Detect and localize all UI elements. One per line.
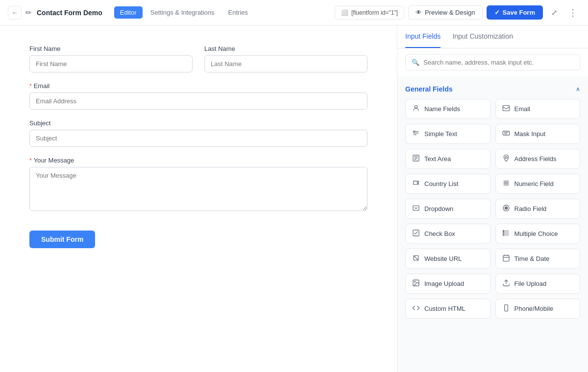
image-upload-icon bbox=[412, 279, 420, 288]
dropdown-label: Dropdown bbox=[424, 205, 453, 212]
email-input[interactable] bbox=[29, 93, 368, 110]
field-item-country-list[interactable]: Country List bbox=[405, 174, 490, 194]
email-label: * Email bbox=[29, 82, 368, 90]
field-item-mask-input[interactable]: Mask Input bbox=[495, 124, 581, 144]
country-list-label: Country List bbox=[424, 180, 458, 187]
svg-rect-38 bbox=[504, 304, 508, 311]
svg-rect-1 bbox=[503, 106, 509, 111]
address-fields-icon bbox=[502, 154, 511, 163]
field-item-address-fields[interactable]: Address Fields bbox=[495, 149, 581, 169]
field-item-simple-text[interactable]: Simple Text bbox=[405, 124, 490, 144]
field-item-phone-mobile[interactable]: Phone/Mobile bbox=[495, 299, 581, 319]
last-name-label: Last Name bbox=[204, 45, 368, 52]
last-name-group: Last Name bbox=[204, 45, 368, 72]
save-label: Save Form bbox=[503, 9, 535, 16]
field-item-custom-html[interactable]: Custom HTML bbox=[405, 299, 490, 319]
message-group: * Your Message bbox=[29, 157, 368, 211]
tab-editor[interactable]: Editor bbox=[114, 6, 143, 19]
radio-field-label: Radio Field bbox=[514, 205, 547, 212]
multiple-choice-label: Multiple Choice bbox=[514, 230, 558, 237]
eye-icon: 👁 bbox=[416, 9, 422, 16]
tab-input-customization[interactable]: Input Customization bbox=[452, 25, 513, 48]
tab-settings[interactable]: Settings & Integrations bbox=[145, 6, 220, 19]
search-input[interactable] bbox=[423, 59, 574, 66]
address-fields-label: Address Fields bbox=[514, 155, 557, 163]
fields-grid: Name FieldsEmailSimple TextMask InputTex… bbox=[405, 99, 580, 319]
email-row: * Email bbox=[29, 82, 368, 110]
preview-label: Preview & Design bbox=[425, 9, 475, 16]
required-star-msg: * bbox=[29, 157, 32, 164]
main-layout: First Name Last Name * Email Subject bbox=[0, 25, 588, 372]
last-name-input[interactable] bbox=[204, 55, 368, 72]
fullscreen-icon: ⤢ bbox=[551, 8, 558, 17]
website-url-icon bbox=[412, 254, 420, 263]
name-fields-icon bbox=[412, 104, 420, 114]
more-icon: ⋮ bbox=[568, 7, 577, 18]
simple-text-icon bbox=[412, 129, 420, 139]
save-button[interactable]: ✓ Save Form bbox=[487, 5, 543, 20]
submit-button[interactable]: Submit Form bbox=[29, 231, 95, 248]
numeric-field-label: Numeric Field bbox=[514, 180, 554, 187]
message-row: * Your Message bbox=[29, 157, 368, 211]
svg-rect-19 bbox=[413, 206, 419, 210]
simple-text-label: Simple Text bbox=[424, 130, 457, 138]
subject-input[interactable] bbox=[29, 130, 368, 147]
field-item-dropdown[interactable]: Dropdown bbox=[405, 199, 490, 219]
svg-point-14 bbox=[505, 157, 507, 159]
field-item-check-box[interactable]: Check Box bbox=[405, 224, 490, 244]
more-options-button[interactable]: ⋮ bbox=[565, 5, 580, 20]
tab-entries[interactable]: Entries bbox=[222, 6, 254, 19]
field-item-multiple-choice[interactable]: Multiple Choice bbox=[495, 224, 581, 244]
phone-mobile-label: Phone/Mobile bbox=[514, 305, 554, 312]
shortcode-icon: ⬜ bbox=[341, 9, 348, 16]
preview-button[interactable]: 👁 Preview & Design bbox=[408, 5, 483, 20]
message-textarea[interactable] bbox=[29, 167, 368, 211]
first-name-label: First Name bbox=[29, 45, 193, 52]
message-label: * Your Message bbox=[29, 157, 368, 164]
shortcode-button[interactable]: ⬜ [fluentform id="1"] bbox=[335, 6, 404, 20]
svg-rect-31 bbox=[503, 256, 509, 261]
field-item-numeric-field[interactable]: Numeric Field bbox=[495, 174, 581, 194]
check-box-label: Check Box bbox=[424, 230, 455, 237]
field-item-time-date[interactable]: Time & Date bbox=[495, 249, 581, 269]
field-item-radio-field[interactable]: Radio Field bbox=[495, 199, 581, 219]
header: ← ✏ Contact Form Demo Editor Settings & … bbox=[0, 0, 588, 25]
field-item-image-upload[interactable]: Image Upload bbox=[405, 274, 490, 294]
radio-field-icon bbox=[502, 204, 511, 213]
subject-row: Subject bbox=[29, 119, 368, 147]
shortcode-text: [fluentform id="1"] bbox=[351, 9, 398, 16]
right-panel: Input Fields Input Customization 🔍 Gener… bbox=[397, 25, 588, 372]
name-fields-label: Name Fields bbox=[424, 105, 460, 113]
custom-html-icon bbox=[412, 304, 420, 313]
email-group: * Email bbox=[29, 82, 368, 110]
field-item-name-fields[interactable]: Name Fields bbox=[405, 99, 490, 119]
svg-point-21 bbox=[505, 207, 507, 209]
country-list-icon bbox=[412, 179, 420, 188]
first-name-input[interactable] bbox=[29, 55, 193, 72]
field-item-email[interactable]: Email bbox=[495, 99, 581, 119]
back-icon: ← bbox=[12, 9, 18, 16]
back-button[interactable]: ← bbox=[8, 6, 22, 20]
panel-tabs: Input Fields Input Customization bbox=[397, 25, 588, 48]
save-icon: ✓ bbox=[494, 9, 500, 16]
dropdown-icon bbox=[412, 204, 420, 213]
field-item-text-area[interactable]: Text Area bbox=[405, 149, 490, 169]
svg-line-30 bbox=[414, 256, 418, 260]
form-icon: ✏ bbox=[25, 8, 32, 17]
tab-input-fields[interactable]: Input Fields bbox=[405, 25, 441, 48]
time-date-label: Time & Date bbox=[514, 255, 550, 262]
field-item-website-url[interactable]: Website URL bbox=[405, 249, 490, 269]
fullscreen-button[interactable]: ⤢ bbox=[547, 5, 562, 20]
email-label: Email bbox=[514, 105, 531, 113]
section-toggle-icon[interactable]: ∧ bbox=[576, 86, 580, 93]
svg-point-0 bbox=[415, 106, 417, 108]
numeric-field-icon bbox=[502, 179, 511, 188]
svg-point-36 bbox=[415, 281, 416, 282]
text-area-icon bbox=[412, 154, 420, 163]
search-box: 🔍 bbox=[405, 54, 580, 70]
section-title: General Fields bbox=[405, 85, 452, 93]
svg-point-27 bbox=[503, 232, 504, 234]
page-title: Contact Form Demo bbox=[37, 9, 102, 17]
check-box-icon bbox=[412, 229, 420, 238]
field-item-file-upload[interactable]: File Upload bbox=[495, 274, 581, 294]
